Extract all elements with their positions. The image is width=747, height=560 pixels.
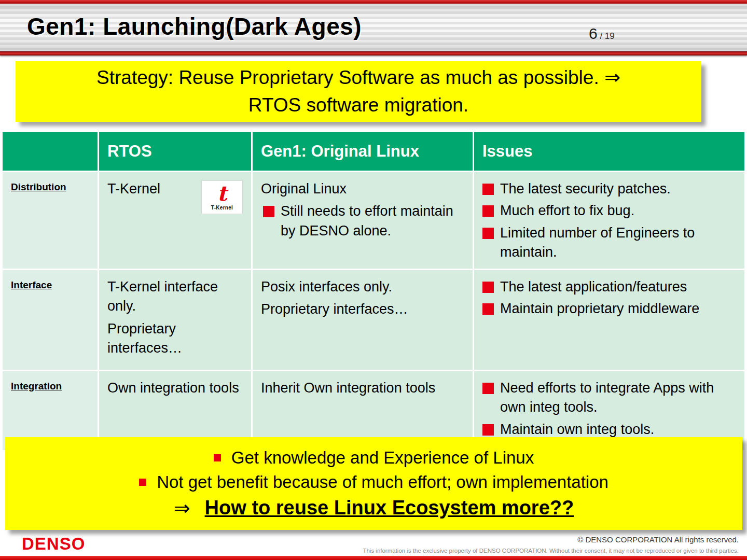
denso-logo: DENSO bbox=[22, 534, 85, 554]
bottom-red-bar bbox=[0, 556, 747, 560]
summary-bullet-text: Get knowledge and Experience of Linux bbox=[231, 448, 534, 468]
bullet-text: Need efforts to integrate Apps with own … bbox=[500, 379, 736, 417]
bullet-text: Still needs to effort maintain by DESNO … bbox=[281, 202, 464, 241]
distribution-rtos-text: T-Kernel bbox=[107, 179, 160, 199]
red-square-bullet-icon bbox=[263, 206, 274, 217]
summary-box: Get knowledge and Experience of Linux No… bbox=[5, 437, 742, 530]
issue-item: Limited number of Engineers to maintain. bbox=[482, 223, 736, 262]
issue-item: Need efforts to integrate Apps with own … bbox=[482, 379, 736, 417]
presentation-slide: Gen1: Launching(Dark Ages) 6 / 19 Strate… bbox=[0, 0, 747, 560]
cell-distribution-issues: The latest security patches. Much effort… bbox=[474, 172, 744, 269]
slide-title: Gen1: Launching(Dark Ages) bbox=[27, 12, 362, 40]
comparison-table: RTOS Gen1: Original Linux Issues Distrib… bbox=[3, 132, 744, 450]
slide-footer: DENSO © DENSO CORPORATION All rights res… bbox=[0, 531, 747, 556]
distribution-gen1-intro: Original Linux bbox=[261, 179, 464, 199]
red-square-bullet-icon bbox=[482, 303, 494, 315]
table-header-gen1: Gen1: Original Linux bbox=[253, 132, 473, 171]
page-number-current: 6 bbox=[589, 25, 598, 42]
t-kernel-logo-glyph: t bbox=[204, 183, 240, 204]
bullet-text: Maintain proprietary middleware bbox=[500, 299, 699, 318]
red-square-bullet-icon bbox=[482, 424, 494, 436]
table-header-rtos: RTOS bbox=[99, 132, 251, 171]
t-kernel-logo-label: T-Kernel bbox=[204, 204, 240, 212]
row-label-distribution: Distribution bbox=[3, 172, 98, 269]
strategy-box: Strategy: Reuse Proprietary Software as … bbox=[16, 61, 701, 122]
issue-item: Maintain own integ tools. bbox=[482, 420, 736, 439]
double-arrow-icon: ⇒ bbox=[174, 497, 190, 520]
issue-item: Maintain proprietary middleware bbox=[482, 299, 736, 318]
cell-interface-gen1: Posix interfaces only. Proprietary inter… bbox=[253, 270, 473, 370]
bullet-text: Much effort to fix bug. bbox=[500, 201, 634, 220]
top-red-bar bbox=[0, 0, 747, 4]
cell-interface-issues: The latest application/features Maintain… bbox=[474, 270, 744, 370]
cell-distribution-rtos: T-Kernel t T-Kernel bbox=[99, 172, 251, 269]
bullet-text: The latest application/features bbox=[500, 277, 687, 297]
integration-rtos-text: Own integration tools bbox=[107, 379, 243, 398]
bullet-text: The latest security patches. bbox=[500, 179, 671, 199]
page-number: 6 / 19 bbox=[589, 25, 615, 43]
summary-bullet-text: Not get benefit because of much effort; … bbox=[157, 472, 608, 492]
t-kernel-logo: t T-Kernel bbox=[201, 180, 243, 214]
distribution-gen1-bullet: Still needs to effort maintain by DESNO … bbox=[263, 202, 464, 241]
red-square-bullet-icon bbox=[139, 479, 146, 486]
issue-item: The latest security patches. bbox=[482, 179, 736, 199]
interface-gen1-line-2: Proprietary interfaces… bbox=[261, 300, 464, 319]
conclusion-text: How to reuse Linux Ecosystem more?? bbox=[205, 497, 574, 519]
red-square-bullet-icon bbox=[482, 383, 494, 394]
summary-conclusion: ⇒ How to reuse Linux Ecosystem more?? bbox=[174, 497, 574, 520]
strategy-line-1: Strategy: Reuse Proprietary Software as … bbox=[96, 64, 620, 92]
disclaimer-text: This information is the exclusive proper… bbox=[363, 548, 739, 554]
summary-bullet-1: Get knowledge and Experience of Linux bbox=[214, 448, 534, 468]
copyright-text: © DENSO CORPORATION All rights reserved. bbox=[577, 535, 739, 544]
integration-gen1-text: Inherit Own integration tools bbox=[261, 379, 464, 398]
red-square-bullet-icon bbox=[482, 205, 494, 217]
cell-distribution-gen1: Original Linux Still needs to effort mai… bbox=[253, 172, 473, 269]
issue-item: The latest application/features bbox=[482, 277, 736, 297]
page-number-total: / 19 bbox=[598, 31, 615, 41]
table-header-blank bbox=[3, 132, 98, 171]
interface-rtos-line-1: T-Kernel interface only. bbox=[107, 277, 243, 316]
red-square-bullet-icon bbox=[482, 282, 494, 293]
cell-interface-rtos: T-Kernel interface only. Proprietary int… bbox=[99, 270, 251, 370]
row-label-interface: Interface bbox=[3, 270, 98, 370]
red-square-bullet-icon bbox=[482, 228, 494, 239]
red-square-bullet-icon bbox=[214, 454, 221, 461]
header-divider bbox=[0, 51, 747, 55]
red-square-bullet-icon bbox=[482, 184, 494, 195]
interface-rtos-line-2: Proprietary interfaces… bbox=[107, 319, 243, 358]
strategy-line-2: RTOS software migration. bbox=[248, 92, 468, 119]
table-header-issues: Issues bbox=[474, 132, 744, 171]
bullet-text: Limited number of Engineers to maintain. bbox=[500, 223, 736, 262]
summary-bullet-2: Not get benefit because of much effort; … bbox=[139, 472, 608, 492]
interface-gen1-line-1: Posix interfaces only. bbox=[261, 277, 464, 297]
bullet-text: Maintain own integ tools. bbox=[500, 420, 654, 439]
issue-item: Much effort to fix bug. bbox=[482, 201, 736, 220]
